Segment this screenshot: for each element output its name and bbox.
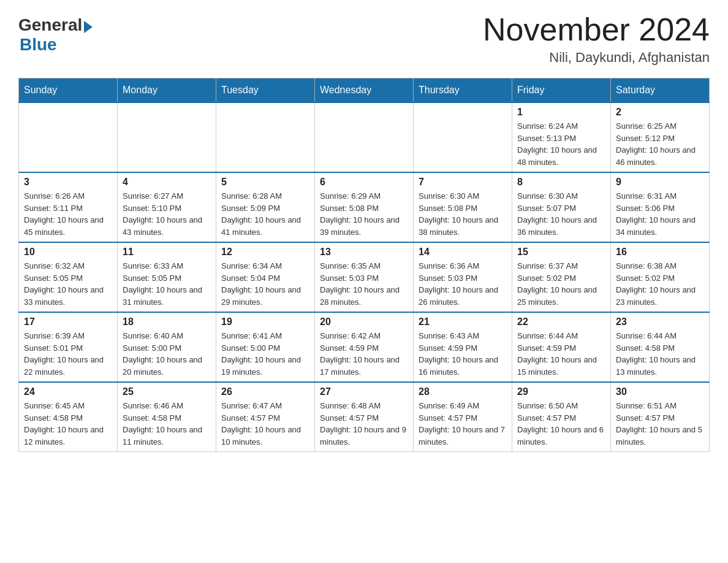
calendar-cell [19,102,118,172]
day-number: 22 [517,316,605,327]
day-number: 4 [123,177,211,188]
day-info: Sunrise: 6:44 AMSunset: 4:58 PMDaylight:… [616,330,704,378]
calendar-cell: 26Sunrise: 6:47 AMSunset: 4:57 PMDayligh… [216,382,315,452]
day-info: Sunrise: 6:27 AMSunset: 5:10 PMDaylight:… [123,190,211,238]
calendar-header-wednesday: Wednesday [315,79,414,103]
calendar-week-row: 24Sunrise: 6:45 AMSunset: 4:58 PMDayligh… [19,382,710,452]
calendar-week-row: 10Sunrise: 6:32 AMSunset: 5:05 PMDayligh… [19,242,710,312]
day-info: Sunrise: 6:30 AMSunset: 5:08 PMDaylight:… [419,190,507,238]
day-info: Sunrise: 6:43 AMSunset: 4:59 PMDaylight:… [419,330,507,378]
day-number: 29 [517,386,605,397]
day-info: Sunrise: 6:35 AMSunset: 5:03 PMDaylight:… [320,260,408,308]
day-number: 13 [320,247,408,258]
calendar-cell: 24Sunrise: 6:45 AMSunset: 4:58 PMDayligh… [19,382,118,452]
day-number: 16 [616,247,704,258]
calendar-cell: 11Sunrise: 6:33 AMSunset: 5:05 PMDayligh… [118,242,216,312]
day-number: 25 [123,386,211,397]
day-number: 3 [24,177,112,188]
day-number: 27 [320,386,408,397]
day-info: Sunrise: 6:39 AMSunset: 5:01 PMDaylight:… [24,330,112,378]
day-info: Sunrise: 6:44 AMSunset: 4:59 PMDaylight:… [517,330,605,378]
calendar-cell [118,102,216,172]
calendar-cell: 25Sunrise: 6:46 AMSunset: 4:58 PMDayligh… [118,382,216,452]
day-info: Sunrise: 6:28 AMSunset: 5:09 PMDaylight:… [221,190,309,238]
day-info: Sunrise: 6:47 AMSunset: 4:57 PMDaylight:… [221,400,309,448]
calendar-cell: 8Sunrise: 6:30 AMSunset: 5:07 PMDaylight… [512,172,611,242]
calendar-cell: 23Sunrise: 6:44 AMSunset: 4:58 PMDayligh… [611,312,710,382]
day-number: 24 [24,386,112,397]
calendar-cell: 18Sunrise: 6:40 AMSunset: 5:00 PMDayligh… [118,312,216,382]
calendar-cell: 13Sunrise: 6:35 AMSunset: 5:03 PMDayligh… [315,242,414,312]
day-info: Sunrise: 6:38 AMSunset: 5:02 PMDaylight:… [616,260,704,308]
day-info: Sunrise: 6:36 AMSunset: 5:03 PMDaylight:… [419,260,507,308]
calendar-cell: 22Sunrise: 6:44 AMSunset: 4:59 PMDayligh… [512,312,611,382]
calendar-week-row: 17Sunrise: 6:39 AMSunset: 5:01 PMDayligh… [19,312,710,382]
day-info: Sunrise: 6:25 AMSunset: 5:12 PMDaylight:… [616,120,704,168]
day-info: Sunrise: 6:45 AMSunset: 4:58 PMDaylight:… [24,400,112,448]
day-number: 5 [221,177,309,188]
calendar-cell: 27Sunrise: 6:48 AMSunset: 4:57 PMDayligh… [315,382,414,452]
calendar-cell: 28Sunrise: 6:49 AMSunset: 4:57 PMDayligh… [414,382,512,452]
calendar-cell: 29Sunrise: 6:50 AMSunset: 4:57 PMDayligh… [512,382,611,452]
calendar-header-saturday: Saturday [611,79,710,103]
calendar-cell [216,102,315,172]
day-info: Sunrise: 6:42 AMSunset: 4:59 PMDaylight:… [320,330,408,378]
day-info: Sunrise: 6:50 AMSunset: 4:57 PMDaylight:… [517,400,605,448]
logo-blue: Blue [20,35,57,55]
calendar-header-friday: Friday [512,79,611,103]
day-number: 2 [616,107,704,118]
calendar-week-row: 1Sunrise: 6:24 AMSunset: 5:13 PMDaylight… [19,102,710,172]
day-number: 10 [24,247,112,258]
calendar-cell: 14Sunrise: 6:36 AMSunset: 5:03 PMDayligh… [414,242,512,312]
day-info: Sunrise: 6:41 AMSunset: 5:00 PMDaylight:… [221,330,309,378]
calendar-header-tuesday: Tuesday [216,79,315,103]
logo-general: General [18,15,82,35]
calendar-header-thursday: Thursday [414,79,512,103]
day-number: 12 [221,247,309,258]
calendar-cell: 15Sunrise: 6:37 AMSunset: 5:02 PMDayligh… [512,242,611,312]
day-info: Sunrise: 6:31 AMSunset: 5:06 PMDaylight:… [616,190,704,238]
calendar-cell: 12Sunrise: 6:34 AMSunset: 5:04 PMDayligh… [216,242,315,312]
logo-arrow-icon [84,21,93,33]
day-info: Sunrise: 6:48 AMSunset: 4:57 PMDaylight:… [320,400,408,448]
day-info: Sunrise: 6:33 AMSunset: 5:05 PMDaylight:… [123,260,211,308]
day-number: 21 [419,316,507,327]
day-number: 19 [221,316,309,327]
calendar-cell [315,102,414,172]
day-number: 23 [616,316,704,327]
calendar-cell: 4Sunrise: 6:27 AMSunset: 5:10 PMDaylight… [118,172,216,242]
day-info: Sunrise: 6:46 AMSunset: 4:58 PMDaylight:… [123,400,211,448]
day-number: 7 [419,177,507,188]
calendar-cell: 7Sunrise: 6:30 AMSunset: 5:08 PMDaylight… [414,172,512,242]
day-number: 28 [419,386,507,397]
calendar-cell: 9Sunrise: 6:31 AMSunset: 5:06 PMDaylight… [611,172,710,242]
day-number: 26 [221,386,309,397]
day-number: 8 [517,177,605,188]
day-number: 17 [24,316,112,327]
calendar-cell: 17Sunrise: 6:39 AMSunset: 5:01 PMDayligh… [19,312,118,382]
day-number: 11 [123,247,211,258]
calendar-cell: 6Sunrise: 6:29 AMSunset: 5:08 PMDaylight… [315,172,414,242]
calendar-cell: 19Sunrise: 6:41 AMSunset: 5:00 PMDayligh… [216,312,315,382]
calendar-cell: 10Sunrise: 6:32 AMSunset: 5:05 PMDayligh… [19,242,118,312]
day-number: 18 [123,316,211,327]
day-info: Sunrise: 6:24 AMSunset: 5:13 PMDaylight:… [517,120,605,168]
day-info: Sunrise: 6:26 AMSunset: 5:11 PMDaylight:… [24,190,112,238]
day-number: 30 [616,386,704,397]
day-info: Sunrise: 6:34 AMSunset: 5:04 PMDaylight:… [221,260,309,308]
calendar-cell: 1Sunrise: 6:24 AMSunset: 5:13 PMDaylight… [512,102,611,172]
day-info: Sunrise: 6:51 AMSunset: 4:57 PMDaylight:… [616,400,704,448]
calendar-header-sunday: Sunday [19,79,118,103]
day-info: Sunrise: 6:30 AMSunset: 5:07 PMDaylight:… [517,190,605,238]
day-number: 1 [517,107,605,118]
day-number: 6 [320,177,408,188]
day-number: 14 [419,247,507,258]
calendar-cell: 30Sunrise: 6:51 AMSunset: 4:57 PMDayligh… [611,382,710,452]
day-info: Sunrise: 6:32 AMSunset: 5:05 PMDaylight:… [24,260,112,308]
month-title: November 2024 [483,12,710,47]
calendar-header-row: SundayMondayTuesdayWednesdayThursdayFrid… [19,79,710,103]
day-number: 9 [616,177,704,188]
calendar-cell: 16Sunrise: 6:38 AMSunset: 5:02 PMDayligh… [611,242,710,312]
calendar-table: SundayMondayTuesdayWednesdayThursdayFrid… [18,78,710,452]
calendar-cell: 2Sunrise: 6:25 AMSunset: 5:12 PMDaylight… [611,102,710,172]
